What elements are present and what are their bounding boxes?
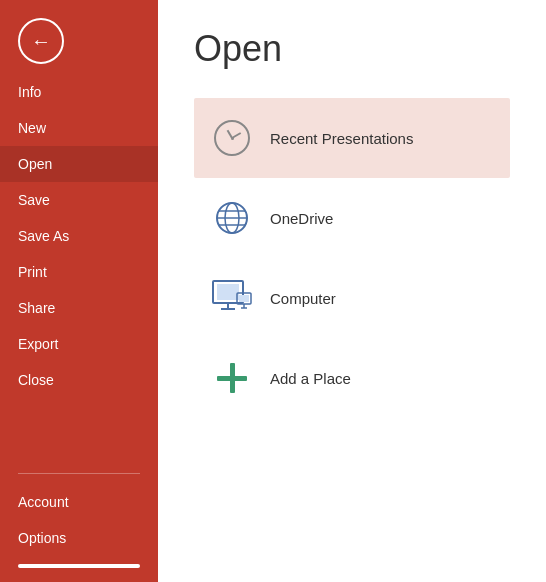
nav-export[interactable]: Export xyxy=(0,326,158,362)
sidebar: ← Info New Open Save Save As Print Share… xyxy=(0,0,158,582)
svg-rect-6 xyxy=(217,284,239,300)
clock-icon xyxy=(210,116,254,160)
nav-close[interactable]: Close xyxy=(0,362,158,398)
nav-divider xyxy=(18,473,140,474)
option-add-place-label: Add a Place xyxy=(270,370,351,387)
option-onedrive[interactable]: OneDrive xyxy=(194,178,510,258)
main-content: Open Recent Presentations xyxy=(158,0,546,582)
nav-new[interactable]: New xyxy=(0,110,158,146)
svg-rect-10 xyxy=(239,295,249,302)
nav-open[interactable]: Open xyxy=(0,146,158,182)
nav-print[interactable]: Print xyxy=(0,254,158,290)
page-title: Open xyxy=(194,28,510,70)
option-onedrive-label: OneDrive xyxy=(270,210,333,227)
nav-info[interactable]: Info xyxy=(0,74,158,110)
computer-icon xyxy=(210,276,254,320)
option-recent[interactable]: Recent Presentations xyxy=(194,98,510,178)
nav-account[interactable]: Account xyxy=(0,484,158,520)
bottom-bar xyxy=(18,564,140,568)
nav-save-as[interactable]: Save As xyxy=(0,218,158,254)
nav-options[interactable]: Options xyxy=(0,520,158,556)
option-computer-label: Computer xyxy=(270,290,336,307)
nav-save[interactable]: Save xyxy=(0,182,158,218)
back-arrow-icon: ← xyxy=(31,31,51,51)
plus-icon xyxy=(210,356,254,400)
nav-share[interactable]: Share xyxy=(0,290,158,326)
open-options-list: Recent Presentations OneDrive xyxy=(194,98,510,418)
nav-bottom: Account Options xyxy=(0,463,158,582)
option-computer[interactable]: Computer xyxy=(194,258,510,338)
globe-icon xyxy=(210,196,254,240)
option-recent-label: Recent Presentations xyxy=(270,130,413,147)
back-button[interactable]: ← xyxy=(18,18,64,64)
option-add-place[interactable]: Add a Place xyxy=(194,338,510,418)
